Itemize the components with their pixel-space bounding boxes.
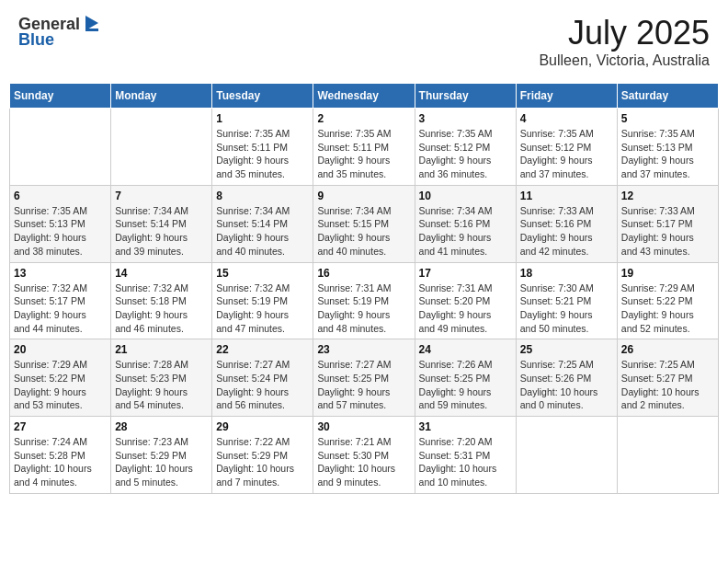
calendar-cell: 2Sunrise: 7:35 AMSunset: 5:11 PMDaylight… — [313, 109, 415, 186]
day-number: 21 — [115, 343, 208, 356]
day-number: 15 — [216, 267, 309, 280]
calendar-cell: 31Sunrise: 7:20 AMSunset: 5:31 PMDayligh… — [415, 417, 516, 494]
calendar-cell: 21Sunrise: 7:28 AMSunset: 5:23 PMDayligh… — [111, 339, 212, 417]
calendar-cell: 11Sunrise: 7:33 AMSunset: 5:16 PMDayligh… — [516, 185, 617, 262]
day-info: Sunrise: 7:27 AMSunset: 5:24 PMDaylight:… — [216, 358, 309, 412]
calendar-cell: 20Sunrise: 7:29 AMSunset: 5:22 PMDayligh… — [10, 339, 111, 417]
calendar-cell: 12Sunrise: 7:33 AMSunset: 5:17 PMDayligh… — [617, 185, 718, 262]
day-number: 10 — [419, 190, 512, 202]
title-block: July 2025 Bulleen, Victoria, Australia — [539, 14, 710, 69]
day-number: 23 — [317, 343, 410, 356]
day-number: 1 — [216, 112, 309, 125]
day-number: 11 — [520, 190, 613, 202]
day-number: 30 — [317, 420, 410, 433]
day-number: 9 — [317, 190, 410, 202]
calendar-cell: 24Sunrise: 7:26 AMSunset: 5:25 PMDayligh… — [415, 339, 516, 417]
day-number: 2 — [317, 112, 410, 125]
day-info: Sunrise: 7:26 AMSunset: 5:25 PMDaylight:… — [419, 358, 512, 412]
day-info: Sunrise: 7:32 AMSunset: 5:19 PMDaylight:… — [216, 282, 309, 336]
day-number: 3 — [419, 112, 512, 125]
day-info: Sunrise: 7:20 AMSunset: 5:31 PMDaylight:… — [419, 435, 512, 489]
calendar-cell: 10Sunrise: 7:34 AMSunset: 5:16 PMDayligh… — [415, 185, 516, 262]
calendar-cell: 9Sunrise: 7:34 AMSunset: 5:15 PMDaylight… — [313, 185, 415, 262]
day-number: 20 — [14, 343, 107, 356]
day-number: 19 — [621, 267, 714, 280]
logo-icon — [82, 14, 102, 34]
day-info: Sunrise: 7:24 AMSunset: 5:28 PMDaylight:… — [14, 435, 107, 489]
calendar-cell: 8Sunrise: 7:34 AMSunset: 5:14 PMDaylight… — [212, 185, 313, 262]
day-info: Sunrise: 7:34 AMSunset: 5:15 PMDaylight:… — [317, 204, 410, 259]
day-info: Sunrise: 7:29 AMSunset: 5:22 PMDaylight:… — [621, 282, 714, 336]
day-number: 16 — [317, 267, 410, 280]
day-info: Sunrise: 7:35 AMSunset: 5:13 PMDaylight:… — [14, 204, 107, 259]
day-number: 31 — [419, 420, 512, 433]
weekday-header-friday: Friday — [516, 84, 617, 109]
day-info: Sunrise: 7:35 AMSunset: 5:12 PMDaylight:… — [520, 127, 613, 181]
weekday-header-saturday: Saturday — [617, 84, 718, 109]
day-number: 4 — [520, 112, 613, 125]
day-info: Sunrise: 7:30 AMSunset: 5:21 PMDaylight:… — [520, 282, 613, 336]
calendar-cell: 23Sunrise: 7:27 AMSunset: 5:25 PMDayligh… — [313, 339, 415, 417]
calendar-cell — [111, 109, 212, 186]
calendar-cell: 18Sunrise: 7:30 AMSunset: 5:21 PMDayligh… — [516, 262, 617, 339]
calendar-table: SundayMondayTuesdayWednesdayThursdayFrid… — [9, 83, 719, 494]
day-info: Sunrise: 7:34 AMSunset: 5:14 PMDaylight:… — [216, 204, 309, 259]
calendar-cell: 13Sunrise: 7:32 AMSunset: 5:17 PMDayligh… — [10, 262, 111, 339]
calendar-week-2: 6Sunrise: 7:35 AMSunset: 5:13 PMDaylight… — [10, 185, 719, 262]
day-number: 6 — [14, 190, 107, 202]
day-info: Sunrise: 7:27 AMSunset: 5:25 PMDaylight:… — [317, 358, 410, 412]
calendar-cell: 22Sunrise: 7:27 AMSunset: 5:24 PMDayligh… — [212, 339, 313, 417]
day-info: Sunrise: 7:23 AMSunset: 5:29 PMDaylight:… — [115, 435, 208, 489]
day-info: Sunrise: 7:35 AMSunset: 5:12 PMDaylight:… — [419, 127, 512, 181]
calendar-week-1: 1Sunrise: 7:35 AMSunset: 5:11 PMDaylight… — [10, 109, 719, 186]
calendar-cell: 28Sunrise: 7:23 AMSunset: 5:29 PMDayligh… — [111, 417, 212, 494]
calendar-cell — [10, 109, 111, 186]
calendar-cell: 4Sunrise: 7:35 AMSunset: 5:12 PMDaylight… — [516, 109, 617, 186]
calendar-cell: 14Sunrise: 7:32 AMSunset: 5:18 PMDayligh… — [111, 262, 212, 339]
day-number: 29 — [216, 420, 309, 433]
day-info: Sunrise: 7:29 AMSunset: 5:22 PMDaylight:… — [14, 358, 107, 412]
calendar-cell: 30Sunrise: 7:21 AMSunset: 5:30 PMDayligh… — [313, 417, 415, 494]
day-info: Sunrise: 7:34 AMSunset: 5:14 PMDaylight:… — [115, 204, 208, 259]
day-info: Sunrise: 7:35 AMSunset: 5:13 PMDaylight:… — [621, 127, 714, 181]
day-info: Sunrise: 7:25 AMSunset: 5:27 PMDaylight:… — [621, 358, 714, 412]
day-info: Sunrise: 7:25 AMSunset: 5:26 PMDaylight:… — [520, 358, 613, 412]
day-info: Sunrise: 7:34 AMSunset: 5:16 PMDaylight:… — [419, 204, 512, 259]
day-number: 7 — [115, 190, 208, 202]
calendar-cell: 17Sunrise: 7:31 AMSunset: 5:20 PMDayligh… — [415, 262, 516, 339]
calendar-cell: 5Sunrise: 7:35 AMSunset: 5:13 PMDaylight… — [617, 109, 718, 186]
calendar-cell: 1Sunrise: 7:35 AMSunset: 5:11 PMDaylight… — [212, 109, 313, 186]
calendar-cell: 26Sunrise: 7:25 AMSunset: 5:27 PMDayligh… — [617, 339, 718, 417]
day-number: 18 — [520, 267, 613, 280]
day-info: Sunrise: 7:32 AMSunset: 5:17 PMDaylight:… — [14, 282, 107, 336]
calendar-cell: 27Sunrise: 7:24 AMSunset: 5:28 PMDayligh… — [10, 417, 111, 494]
logo: General Blue — [18, 14, 102, 50]
month-title: July 2025 — [539, 14, 710, 52]
calendar-cell: 29Sunrise: 7:22 AMSunset: 5:29 PMDayligh… — [212, 417, 313, 494]
calendar-cell: 15Sunrise: 7:32 AMSunset: 5:19 PMDayligh… — [212, 262, 313, 339]
calendar-cell — [617, 417, 718, 494]
day-number: 17 — [419, 267, 512, 280]
day-number: 5 — [621, 112, 714, 125]
day-info: Sunrise: 7:35 AMSunset: 5:11 PMDaylight:… — [216, 127, 309, 181]
day-number: 26 — [621, 343, 714, 356]
day-number: 8 — [216, 190, 309, 202]
weekday-header-tuesday: Tuesday — [212, 84, 313, 109]
day-info: Sunrise: 7:31 AMSunset: 5:19 PMDaylight:… — [317, 282, 410, 336]
calendar-cell — [516, 417, 617, 494]
day-number: 13 — [14, 267, 107, 280]
page-header: General Blue July 2025 Bulleen, Victoria… — [9, 9, 719, 74]
day-number: 14 — [115, 267, 208, 280]
calendar-week-5: 27Sunrise: 7:24 AMSunset: 5:28 PMDayligh… — [10, 417, 719, 494]
weekday-header-thursday: Thursday — [415, 84, 516, 109]
day-info: Sunrise: 7:22 AMSunset: 5:29 PMDaylight:… — [216, 435, 309, 489]
calendar-week-3: 13Sunrise: 7:32 AMSunset: 5:17 PMDayligh… — [10, 262, 719, 339]
svg-marker-0 — [85, 16, 98, 30]
day-info: Sunrise: 7:21 AMSunset: 5:30 PMDaylight:… — [317, 435, 410, 489]
day-number: 25 — [520, 343, 613, 356]
weekday-header-wednesday: Wednesday — [313, 84, 415, 109]
day-info: Sunrise: 7:32 AMSunset: 5:18 PMDaylight:… — [115, 282, 208, 336]
day-number: 24 — [419, 343, 512, 356]
day-info: Sunrise: 7:33 AMSunset: 5:17 PMDaylight:… — [621, 204, 714, 259]
calendar-week-4: 20Sunrise: 7:29 AMSunset: 5:22 PMDayligh… — [10, 339, 719, 417]
